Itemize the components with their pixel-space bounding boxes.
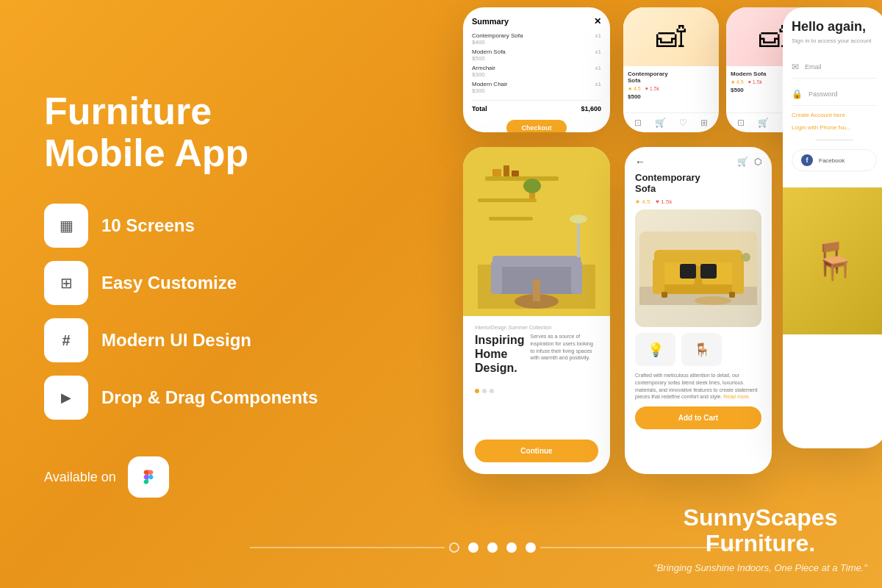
grid-icon[interactable]: ⊞ xyxy=(700,118,708,128)
product-info-1: ContemporarySofa ★ 4.5 ♥ 1.5k $500 xyxy=(623,66,719,112)
available-text: Available on xyxy=(44,470,116,485)
checkout-close-icon[interactable]: ✕ xyxy=(594,16,601,26)
product-mini-1: 🛋 ContemporarySofa ★ 4.5 ♥ 1.5k $500 ⊡ 🛒… xyxy=(623,7,719,132)
svg-point-8 xyxy=(523,179,541,193)
home-icon[interactable]: ⊡ xyxy=(634,118,642,128)
lock-icon: 🔒 xyxy=(792,89,803,99)
svg-rect-12 xyxy=(491,261,502,294)
onboarding-pagination xyxy=(475,389,598,393)
svg-rect-2 xyxy=(478,198,537,202)
svg-rect-16 xyxy=(577,220,580,257)
read-more-link[interactable]: Read more. xyxy=(723,394,750,399)
detail-description: Crafted with meticulous attention to det… xyxy=(625,372,772,406)
onboarding-dot-1[interactable] xyxy=(475,389,479,393)
detail-thumbnails: 💡 🪑 xyxy=(625,327,772,372)
feature-modern: # Modern UI Design xyxy=(44,318,338,362)
facebook-label: Facebook xyxy=(819,157,845,164)
svg-rect-26 xyxy=(680,264,696,279)
svg-rect-13 xyxy=(571,261,582,294)
thumbnail-1[interactable]: 💡 xyxy=(635,333,675,366)
onboarding-phone: InteriorDesign Summer Collection Inspiri… xyxy=(463,147,610,474)
detail-product-name: ContemporarySofa xyxy=(625,172,772,198)
onboarding-dot-3[interactable] xyxy=(490,389,494,393)
svg-rect-15 xyxy=(533,279,540,301)
checkout-item-4: Modern Chair$300 x1 xyxy=(472,81,601,94)
modern-icon-box: # xyxy=(44,318,88,362)
customize-icon: ⊞ xyxy=(60,274,73,292)
thumbnail-2[interactable]: 🪑 xyxy=(681,333,722,366)
customize-icon-box: ⊞ xyxy=(44,261,88,305)
svg-rect-27 xyxy=(700,264,717,279)
home-icon-2[interactable]: ⊡ xyxy=(737,118,745,128)
svg-rect-25 xyxy=(732,259,744,294)
checkout-button[interactable]: Checkout xyxy=(506,120,566,132)
pagination-line-left xyxy=(250,547,445,548)
detail-phone: ← 🛒 ⬡ ContemporarySofa ★ 4.5 ♥ 1.5k xyxy=(625,147,772,474)
svg-rect-28 xyxy=(662,292,667,298)
thumb-lamp-icon: 💡 xyxy=(648,342,664,358)
svg-rect-5 xyxy=(503,165,509,176)
product-actions-1: ⊡ 🛒 ♡ ⊞ xyxy=(623,112,719,132)
facebook-login-button[interactable]: f Facebook xyxy=(792,149,877,171)
detail-action-icons: 🛒 ⬡ xyxy=(737,157,761,167)
login-content: Hello again, Sign in to access your acco… xyxy=(783,7,882,187)
product-card-1: 🛋 ContemporarySofa ★ 4.5 ♥ 1.5k $500 ⊡ 🛒… xyxy=(623,7,719,132)
checkout-phone: Summary ✕ Contemporary Sofa$400 x1 Moder… xyxy=(463,7,610,132)
login-divider: ───────── xyxy=(792,137,877,143)
create-account-link[interactable]: Create Account here xyxy=(792,112,877,118)
share-icon[interactable]: ⬡ xyxy=(754,157,761,167)
svg-rect-29 xyxy=(729,292,735,298)
svg-point-31 xyxy=(742,253,750,262)
svg-rect-4 xyxy=(492,169,501,176)
bottom-row: Available on xyxy=(44,456,338,498)
dragdrop-icon-box: ▶ xyxy=(44,376,88,420)
cart-icon-2[interactable]: 🛒 xyxy=(758,118,769,128)
checkout-item-1: Contemporary Sofa$400 x1 xyxy=(472,32,601,46)
login-bottom-image: 🪑 xyxy=(783,187,882,334)
svg-rect-3 xyxy=(489,217,533,220)
sofa-icon-1: 🛋 xyxy=(656,21,686,54)
checkout-title: Summary ✕ xyxy=(472,16,601,26)
collection-label: InteriorDesign Summer Collection xyxy=(475,325,598,330)
login-hello-text: Hello again, xyxy=(792,19,877,35)
figma-icon[interactable] xyxy=(128,456,169,498)
facebook-icon: f xyxy=(801,154,813,166)
checkout-content: Summary ✕ Contemporary Sofa$400 x1 Moder… xyxy=(463,7,610,132)
product-name-1: ContemporarySofa xyxy=(628,71,714,84)
onboarding-heading: InspiringHome Design. xyxy=(475,333,525,376)
email-placeholder[interactable]: Email xyxy=(805,63,822,71)
onboarding-dot-2[interactable] xyxy=(482,389,487,393)
checkout-total: Total $1,600 xyxy=(472,100,601,112)
feature-list: ▦ 10 Screens ⊞ Easy Customize # Modern U… xyxy=(44,204,338,420)
main-title: Furniture Mobile App xyxy=(44,90,338,174)
customize-label: Easy Customize xyxy=(101,273,237,293)
onboarding-text-block: InteriorDesign Summer Collection Inspiri… xyxy=(463,316,610,440)
cart-icon[interactable]: 🛒 xyxy=(655,118,666,128)
password-placeholder[interactable]: Password xyxy=(808,90,838,98)
feature-screens: ▦ 10 Screens xyxy=(44,204,338,248)
hashtag-icon: # xyxy=(62,332,70,349)
detail-rating-row: ★ 4.5 ♥ 1.5k xyxy=(625,198,772,209)
cart-header-icon[interactable]: 🛒 xyxy=(737,157,748,167)
password-field-row: 🔒 Password xyxy=(792,83,877,106)
product-price-1: $500 xyxy=(628,93,714,100)
add-to-cart-button[interactable]: Add to Cart xyxy=(635,406,761,429)
continue-button[interactable]: Continue xyxy=(475,440,598,462)
dragdrop-label: Drop & Drag Components xyxy=(101,387,318,408)
thumb-chair-icon: 🪑 xyxy=(694,342,710,358)
login-phone-link[interactable]: Login with Phone Nu... xyxy=(792,124,877,131)
svg-rect-1 xyxy=(485,176,559,181)
chair-bottom-icon: 🪑 xyxy=(811,240,857,282)
checkout-item-3: Armchair$300 x1 xyxy=(472,65,601,78)
svg-rect-11 xyxy=(492,256,581,267)
onboarding-main-row: InspiringHome Design. Serves as a source… xyxy=(475,333,598,381)
back-arrow-icon[interactable]: ← xyxy=(635,156,645,168)
svg-point-17 xyxy=(570,215,587,223)
onboarding-image xyxy=(463,147,610,316)
detail-header: ← 🛒 ⬡ xyxy=(625,147,772,172)
heart-icon[interactable]: ♡ xyxy=(679,118,687,128)
cursor-icon: ▶ xyxy=(61,390,71,406)
email-icon: ✉ xyxy=(792,62,799,72)
feature-customize: ⊞ Easy Customize xyxy=(44,261,338,305)
screens-icon-box: ▦ xyxy=(44,204,88,248)
